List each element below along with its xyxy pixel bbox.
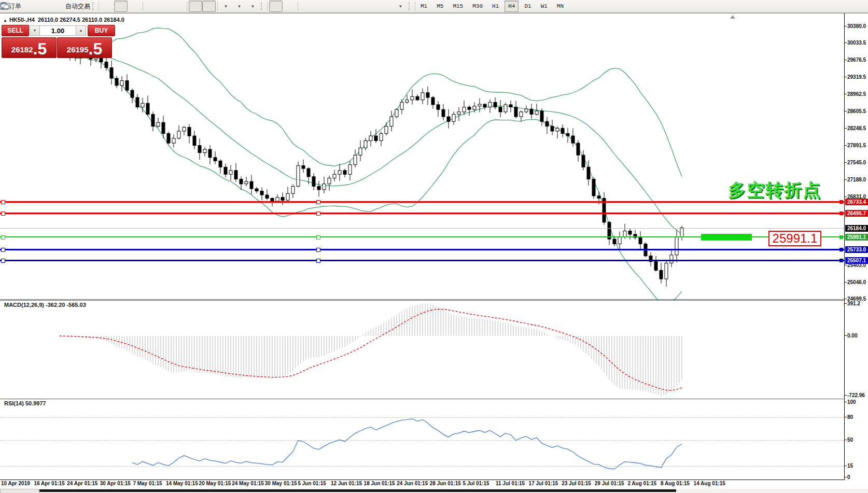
annotation-text[interactable]: 多空转折点	[728, 178, 821, 202]
toolbar-grip[interactable]	[409, 2, 412, 10]
cursor-button[interactable]	[269, 1, 283, 12]
chart-window[interactable]: 25991.1 多空转折点 ▲HK50-,H4 26110.0 26274.5 …	[0, 13, 868, 493]
timeframe-d1[interactable]: D1	[521, 1, 535, 12]
line-handle[interactable]	[316, 200, 320, 204]
price-level-badge: 25733.0	[845, 246, 868, 253]
timeframe-h4[interactable]: H4	[505, 1, 519, 12]
macd-axis-tick: -722.96	[847, 392, 865, 398]
rsi-pane	[0, 399, 844, 480]
collapse-panel-icon[interactable]: ▲	[3, 18, 7, 23]
zoom-out-button[interactable]	[158, 1, 172, 12]
toolbar-grip[interactable]	[261, 2, 264, 10]
trendline-button[interactable]	[327, 1, 340, 12]
line-handle[interactable]	[1, 212, 5, 216]
pane-splitter[interactable]	[0, 299, 868, 300]
date-label: 23 Jul 01:15	[562, 481, 591, 486]
line-handle[interactable]	[316, 235, 320, 240]
text-button[interactable]: A	[367, 1, 381, 12]
fibonacci-button[interactable]: F	[354, 1, 367, 12]
axis-tick: 28605.5	[847, 108, 866, 114]
axis-tick: 30033.5	[847, 40, 866, 46]
current-price-line	[0, 228, 844, 229]
rsi-axis-tick: 0	[847, 474, 850, 480]
equidistant-channel-button[interactable]: E	[340, 1, 354, 12]
level-line-25733.0[interactable]	[0, 249, 844, 250]
line-handle[interactable]	[1, 259, 5, 263]
chart-shift-button[interactable]	[202, 1, 216, 12]
axis-tick: 29319.5	[847, 74, 866, 80]
horizontal-scrollbar[interactable]	[0, 489, 868, 493]
volume-decrease-button[interactable]: ▼	[30, 25, 40, 36]
zoom-in-button[interactable]	[145, 1, 158, 12]
highlight-rectangle[interactable]	[701, 234, 752, 241]
timeframe-w1[interactable]: W1	[537, 1, 551, 12]
date-label: 14 Aug 01:15	[694, 481, 725, 486]
profile-button[interactable]	[36, 1, 49, 12]
price-callout-label[interactable]: 25991.1	[768, 231, 821, 246]
timeframe-m1[interactable]: M1	[417, 1, 431, 12]
tile-windows-button[interactable]	[172, 1, 185, 12]
auto-trading-button[interactable]: 自动交易	[63, 1, 91, 12]
auto-scroll-button[interactable]	[189, 1, 202, 12]
candlestick-chart-button[interactable]	[114, 1, 128, 12]
date-label: 17 Jul 01:15	[529, 481, 558, 486]
level-line-26496.7[interactable]	[0, 213, 844, 214]
separator	[143, 2, 143, 11]
timeframe-mn[interactable]: MN	[553, 1, 567, 12]
buy-button[interactable]: BUY	[88, 25, 115, 36]
volume-input[interactable]: 1.00	[39, 25, 76, 36]
gold-diamond-button[interactable]	[22, 1, 36, 12]
arrows-button[interactable]: ▼	[394, 1, 408, 12]
horizontal-line-button[interactable]	[313, 1, 327, 12]
sell-button[interactable]: SELL	[2, 25, 29, 36]
level-line-26733.4[interactable]	[0, 201, 844, 203]
buy-price-display[interactable]: 26195.5	[57, 37, 112, 58]
separator	[415, 2, 415, 11]
level-line-25507.1[interactable]	[0, 260, 844, 261]
axis-tick: 27545.0	[847, 160, 866, 165]
dropdown-caret-icon: ▼	[237, 4, 242, 9]
line-end-marker	[839, 212, 843, 215]
timeframe-m30[interactable]: M30	[469, 1, 486, 12]
timeframe-m15[interactable]: M15	[449, 1, 467, 12]
line-handle[interactable]	[316, 212, 320, 216]
indicators-button[interactable]: ▼	[246, 1, 260, 12]
line-handle[interactable]	[1, 235, 5, 240]
scrollbar-thumb[interactable]	[39, 489, 676, 492]
line-chart-button[interactable]	[128, 1, 141, 12]
periods-button[interactable]: ▼	[233, 1, 246, 12]
text-label-button[interactable]: T	[381, 1, 394, 12]
date-label: 30 May 01:15	[265, 481, 297, 486]
date-label: 10 Apr 2019	[1, 481, 30, 486]
line-handle[interactable]	[316, 259, 320, 263]
line-handle[interactable]	[1, 248, 5, 252]
price-level-badge: 25507.1	[845, 257, 868, 264]
volume-increase-button[interactable]: ▲	[76, 25, 86, 36]
line-handle[interactable]	[1, 200, 5, 204]
line-handle[interactable]	[316, 248, 320, 252]
macd-axis-tick: 0.00	[847, 333, 857, 339]
timeframe-m5[interactable]: M5	[433, 1, 447, 12]
bar-chart-button[interactable]	[101, 1, 114, 12]
main-toolbar: 新订单 自动交易 ▼ ▼	[0, 0, 868, 13]
symbol-period: HK50-,H4	[9, 17, 35, 23]
signals-button[interactable]	[49, 1, 63, 12]
price-axis[interactable]: 30380.030033.529676.529319.528962.528605…	[844, 13, 868, 480]
timeframe-h1[interactable]: H1	[488, 1, 502, 12]
chat-bubbles-icon	[0, 2, 9, 10]
community-chat-button[interactable]	[850, 1, 864, 12]
symbol-search-button[interactable]	[837, 1, 850, 12]
vertical-line-button[interactable]	[300, 1, 313, 12]
scroll-to-end-marker[interactable]	[730, 15, 735, 19]
templates-button[interactable]: ▼	[219, 1, 233, 12]
sell-price-display[interactable]: 26182.5	[2, 37, 57, 58]
dropdown-caret-icon: ▼	[399, 4, 403, 9]
scrollbar-stub[interactable]	[0, 489, 39, 493]
crosshair-button[interactable]	[283, 1, 296, 12]
toolbar-grip[interactable]	[92, 2, 96, 10]
date-label: 7 May 01:15	[133, 481, 162, 486]
date-label: 18 Jun 01:15	[364, 481, 395, 486]
line-end-marker	[839, 200, 843, 204]
price-level-badge: 26496.7	[845, 210, 868, 217]
main-price-pane	[0, 13, 844, 300]
